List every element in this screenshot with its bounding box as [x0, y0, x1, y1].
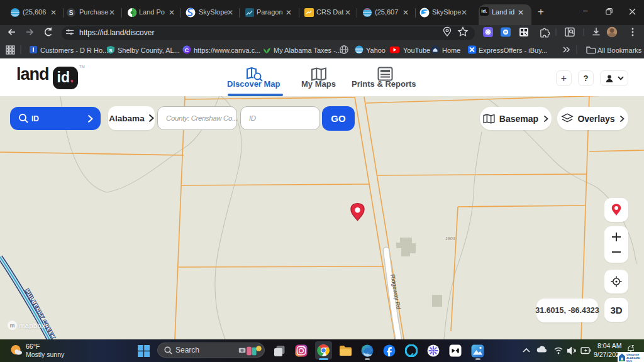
svg-text:MLS: MLS	[626, 359, 632, 362]
svg-text:MULBERRY CREEK: MULBERRY CREEK	[24, 288, 56, 339]
svg-text:1803: 1803	[445, 236, 455, 241]
svg-text:S: S	[69, 9, 74, 16]
svg-text:C: C	[185, 47, 189, 53]
svg-text:S: S	[109, 48, 113, 53]
